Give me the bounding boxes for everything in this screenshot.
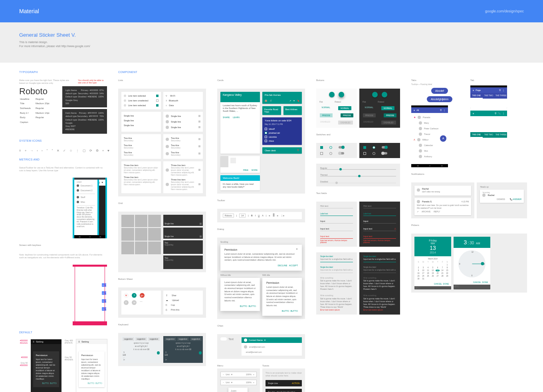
date-picker[interactable]: Friday MA 13 2014 March 2014 SMTWTFS1234… (414, 237, 451, 289)
screen-with-keylines-label: Screen with keylines (19, 244, 107, 246)
menu-icon[interactable]: ≡ (33, 341, 34, 343)
search-icon[interactable]: ⚲ (440, 109, 442, 111)
more-icon[interactable]: ⋮ (502, 112, 505, 115)
mic-icon (199, 351, 202, 354)
align-center-icon[interactable]: ≣ (273, 214, 275, 217)
share-icon[interactable]: ↗ (289, 99, 291, 102)
dark-theme-card: ≡Setting Permission Input text for lorem… (31, 339, 61, 392)
align-left-icon[interactable]: ≡ (269, 214, 270, 217)
card-roadtrips[interactable]: Favorite Road Trips (262, 106, 281, 115)
time-picker[interactable]: 3:30 AM 12 3 6 9 CANCEL DONE ◁○□ (454, 237, 490, 289)
card-kangaroo[interactable]: Kangaroo Valley Located two hours south … (220, 92, 260, 154)
heart-icon[interactable]: ♥ (293, 99, 295, 102)
menu-icon[interactable]: ≡ (78, 341, 80, 343)
heads-up-notification[interactable]: Incoming Rachel DISMISS📞 ANSWER (480, 190, 524, 203)
banner: General Sticker Sheet V. This is materia… (0, 22, 543, 63)
bold-button[interactable]: B (251, 214, 253, 217)
close-icon: ✕ (57, 149, 59, 152)
stepper-2[interactable]: −Unit▾100%+ (220, 380, 257, 385)
card-free[interactable]: FREEMORE (220, 156, 260, 173)
checkbox-on-icon[interactable] (156, 104, 159, 107)
accept-button[interactable]: ACCEPT (289, 264, 298, 267)
stepper-1[interactable]: −Unit▾100%+ (220, 372, 257, 377)
chip-long[interactable]: Abcdefghijklmn (427, 96, 452, 102)
more-icon[interactable]: ⋯ (140, 300, 143, 305)
color-button[interactable]: A (262, 214, 264, 217)
bookmark-icon[interactable]: 🔖 (297, 99, 299, 102)
checkbox-off-icon[interactable] (156, 99, 159, 102)
attach-icon[interactable]: 📎 (498, 112, 501, 115)
toast-twoline: Two-line, already has the label "event".… (266, 389, 302, 392)
banner-line2: For more information, please visit http:… (19, 44, 524, 48)
menu-icon[interactable]: ≡ (414, 109, 415, 111)
tab-label-2: Tab (470, 79, 527, 81)
switches-dark (359, 143, 400, 158)
topbar-title: Material (19, 8, 39, 14)
error-icon: ⚠ (394, 228, 396, 230)
card-prefab[interactable]: Pre-fab Homes 🏨🍴↗♥🔖 (262, 92, 302, 104)
more-icon[interactable]: ⋮ (443, 109, 446, 111)
search-icon[interactable]: ⚲ (499, 89, 501, 91)
search-icon[interactable]: ⚲ (495, 112, 496, 115)
buttons-label: Buttons (316, 79, 400, 81)
section-system-icons: SYSTEM ICONS (19, 139, 107, 142)
fab-button[interactable] (339, 92, 344, 97)
notification-2[interactable]: Pamela S.4:15 PM We'll talk it over late… (414, 198, 471, 215)
archive-button[interactable]: ARCHIVE (422, 210, 430, 213)
toasts-label: Toasts (262, 364, 305, 367)
card-yuna[interactable]: Yuna tickets on sale 6/24 May 14, 2014 7… (262, 117, 302, 145)
copy-icon[interactable]: ⎘ (124, 300, 129, 305)
tabs-label: Tabs (411, 79, 468, 81)
chips-label: Chips (217, 325, 305, 327)
list-icon[interactable]: ⋮≡ (281, 214, 284, 217)
underline-button[interactable]: U (258, 214, 260, 217)
keyboard-light[interactable]: suggestionsuggestionsuggestion q w e r t… (121, 336, 161, 363)
message-icon[interactable]: ✉ (132, 300, 137, 305)
align-right-icon[interactable]: ≡ (277, 214, 278, 217)
toolbar-label: Toolbar (217, 199, 305, 202)
chip-short[interactable]: Abcdef (431, 88, 448, 94)
size-select[interactable]: 14 (239, 214, 246, 218)
chip-contact[interactable]: Contact Name ▾ (242, 337, 302, 343)
share-icon[interactable]: ↗ (417, 210, 418, 213)
keyboard-label: Keyboard (118, 323, 206, 326)
section-metrics: METRICS AND (19, 158, 107, 161)
reply-button[interactable]: REPLY (434, 210, 440, 213)
heart-icon[interactable]: ♥ (101, 181, 103, 184)
decline-button[interactable]: DECLINE (278, 264, 287, 267)
checkbox-on-icon[interactable] (156, 95, 159, 97)
dialog-with-title: Permission Lorem ipsum dolor sit amet, c… (262, 278, 302, 316)
chevron-down-icon: ˅ (52, 149, 53, 152)
card-airlines[interactable]: Best Airlines (283, 106, 302, 115)
dismiss-button[interactable]: DISMISS (497, 198, 505, 201)
italic-button[interactable]: I (255, 214, 256, 217)
phone-contacts: ≡All⚲⋮ ★Pamela Mary Peter Carlsson Trevo… (411, 105, 448, 167)
card-cleandesk[interactable]: Clean desk📍 (262, 147, 302, 154)
more-icon[interactable]: ⋮ (502, 89, 505, 91)
type-scale-table: HeadlineRegular TitleMedium 20pt Subhead… (19, 97, 54, 125)
topbar-link[interactable]: google.com/design/spec (485, 9, 524, 13)
share-icon: ⇪ (166, 294, 168, 297)
editor-toolbar: Roboto | 14 | B I U A | ≡ ≣ ≡ ⋮≡ (220, 212, 302, 219)
hangouts-icon[interactable]: ❝ (132, 293, 137, 298)
font-select[interactable]: Roboto (223, 214, 234, 218)
keyboard-dark[interactable]: suggestionsuggestionsuggestion q w e r t… (163, 336, 203, 363)
notification-1[interactable]: Racheldon't take me wrong (414, 186, 471, 196)
dropdown[interactable]: Justin Soccer Morebayy (228, 388, 248, 392)
star-icon: ☆ (69, 149, 72, 152)
dialog-scrolling: Permission✕ Lorem ipsum dolor sit amet, … (220, 245, 302, 271)
menu-icon[interactable]: ≡ (473, 112, 474, 115)
fab-button[interactable] (372, 92, 378, 97)
dialog-label: Dialog (217, 228, 305, 230)
close-icon[interactable]: ✕ (296, 248, 298, 253)
card-welcome[interactable]: Welcome Back! It's been a while, have yo… (220, 175, 260, 190)
mail-icon[interactable]: M (124, 293, 129, 298)
plus-icon[interactable]: g+ (140, 293, 145, 298)
fab-button[interactable] (329, 92, 335, 97)
menu-icon[interactable]: ≡ (473, 89, 474, 91)
phone-nav-drawer: ≡ Application ⚲ ♥ USER Document 1 Docume… (73, 178, 107, 238)
answer-button[interactable]: 📞 ANSWER (510, 198, 521, 201)
fab-button[interactable] (382, 92, 387, 97)
nav-drawer[interactable]: USER Document 1 Document 2 Stuff Misc Tr… (74, 180, 99, 238)
phone-tabs-indigo: ≡Page⚲⋮ TAB ONETAB TWOTAB THREE (470, 85, 507, 108)
